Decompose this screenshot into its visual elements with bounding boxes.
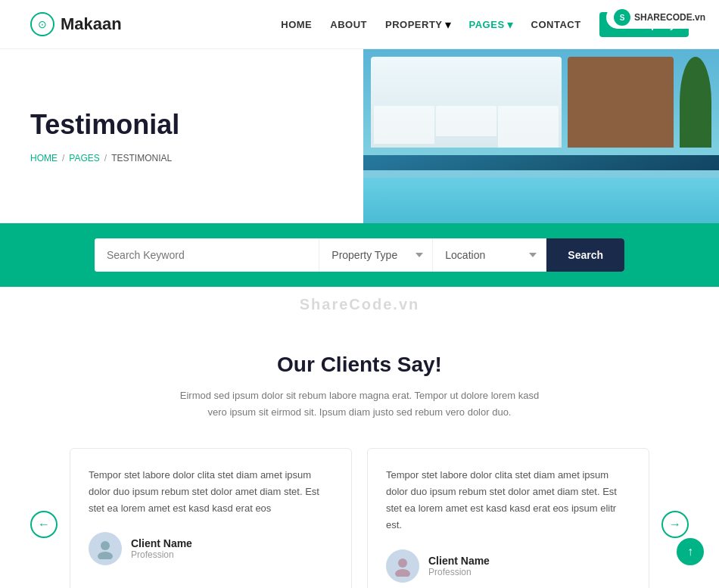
header: S SHARECODE.vn ⊙ Makaan HOME ABOUT PROPE… bbox=[0, 0, 719, 49]
scroll-top-button[interactable]: ↑ bbox=[677, 538, 704, 565]
card-2-author: Client Name Profession bbox=[386, 549, 630, 583]
search-button[interactable]: Search bbox=[546, 238, 624, 272]
card-2-text: Tempor stet labore dolor clita stet diam… bbox=[386, 467, 630, 534]
nav-home[interactable]: HOME bbox=[281, 19, 312, 30]
logo-text: Makaan bbox=[61, 14, 122, 34]
card-2-author-info: Client Name Profession bbox=[428, 555, 490, 577]
testimonial-card-2: Tempor stet labore dolor clita stet diam… bbox=[367, 448, 649, 588]
hero-bg bbox=[363, 49, 719, 223]
page-title: Testimonial bbox=[30, 109, 333, 141]
watermark-text: ShareCode.vn bbox=[300, 296, 419, 313]
search-bar: Property Type Apartment Villa Office Stu… bbox=[95, 238, 624, 272]
property-type-select[interactable]: Property Type Apartment Villa Office Stu… bbox=[319, 238, 433, 272]
watermark-section: ShareCode.vn bbox=[0, 287, 719, 322]
testimonials-heading: Our Clients Say! bbox=[30, 353, 689, 377]
breadcrumb-sep1: / bbox=[62, 153, 64, 163]
svg-point-3 bbox=[395, 569, 410, 577]
next-slide-button[interactable]: → bbox=[661, 511, 689, 538]
svg-point-2 bbox=[398, 558, 407, 568]
nav-property[interactable]: PROPERTY ▾ bbox=[385, 17, 451, 32]
sc-icon: S bbox=[614, 9, 630, 26]
card-2-profession: Profession bbox=[428, 567, 490, 577]
prev-slide-button[interactable]: ← bbox=[30, 511, 58, 538]
testimonial-section: Our Clients Say! Eirmod sed ipsum dolor … bbox=[0, 322, 719, 588]
property-chevron-icon: ▾ bbox=[445, 17, 451, 32]
logo-icon: ⊙ bbox=[30, 12, 54, 36]
testimonial-slider: ← Tempor stet labore dolor clita stet di… bbox=[30, 448, 689, 588]
breadcrumb-sep2: / bbox=[104, 153, 107, 163]
testimonials-subtext: Eirmod sed ipsum dolor sit rebum labore … bbox=[170, 387, 549, 421]
avatar-2 bbox=[386, 549, 419, 583]
testimonial-cards: Tempor stet labore dolor clita stet diam… bbox=[70, 448, 649, 588]
hero-section: Testimonial HOME / PAGES / TESTIMONIAL bbox=[0, 49, 719, 223]
card-2-name: Client Name bbox=[428, 555, 490, 567]
search-input[interactable] bbox=[95, 238, 319, 272]
nav-about[interactable]: ABOUT bbox=[330, 19, 367, 30]
svg-point-1 bbox=[98, 552, 113, 559]
logo-area: ⊙ Makaan bbox=[30, 12, 122, 36]
hero-left: Testimonial HOME / PAGES / TESTIMONIAL bbox=[0, 49, 363, 223]
card-1-author: Client Name Profession bbox=[89, 532, 333, 565]
breadcrumb-current: TESTIMONIAL bbox=[111, 153, 172, 163]
nav-pages[interactable]: PAGES ▾ bbox=[469, 17, 513, 32]
breadcrumb-home[interactable]: HOME bbox=[30, 153, 58, 163]
card-1-name: Client Name bbox=[131, 537, 192, 549]
card-1-text: Tempor stet labore dolor clita stet diam… bbox=[89, 467, 333, 517]
card-1-author-info: Client Name Profession bbox=[131, 537, 192, 560]
hero-image bbox=[363, 49, 719, 223]
pages-chevron-icon: ▾ bbox=[507, 17, 513, 32]
nav-contact[interactable]: CONTACT bbox=[531, 19, 581, 30]
testimonial-card-1: Tempor stet labore dolor clita stet diam… bbox=[70, 448, 352, 588]
search-bar-section: Property Type Apartment Villa Office Stu… bbox=[0, 223, 719, 287]
avatar-1 bbox=[89, 532, 122, 565]
breadcrumb: HOME / PAGES / TESTIMONIAL bbox=[30, 153, 333, 163]
card-1-profession: Profession bbox=[131, 549, 192, 560]
breadcrumb-pages[interactable]: PAGES bbox=[69, 153, 99, 163]
sharecode-badge: S SHARECODE.vn bbox=[606, 6, 713, 29]
location-select[interactable]: Location New York Los Angeles Chicago bbox=[433, 238, 546, 272]
svg-point-0 bbox=[101, 541, 110, 550]
